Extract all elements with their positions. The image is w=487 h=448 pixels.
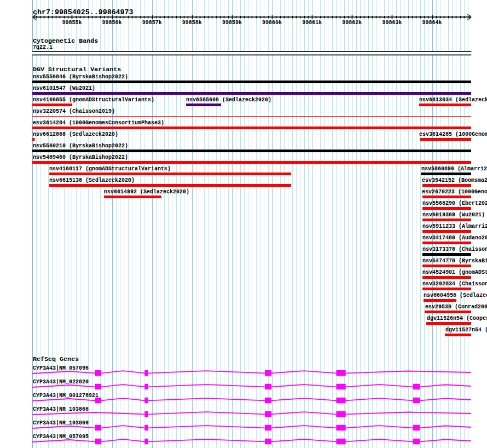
svg-text:nsv6615138 (Sedlazeck2020): nsv6615138 (Sedlazeck2020) xyxy=(49,177,135,183)
svg-text:nsv6101547 (Wu2021): nsv6101547 (Wu2021) xyxy=(33,85,95,91)
svg-text:esv3614284 (1000GenomesConsort: esv3614284 (1000GenomesConsortiumPhase3) xyxy=(33,120,164,126)
svg-text:nsv6614992 (Sedlazeck2020): nsv6614992 (Sedlazeck2020) xyxy=(104,189,189,195)
svg-text:nsv5556846 (ByrskaBishop2022): nsv5556846 (ByrskaBishop2022) xyxy=(33,74,128,80)
svg-text:nsv5860890 (Almarri2021): nsv5860890 (Almarri2021) xyxy=(421,166,487,172)
svg-text:99863k: 99863k xyxy=(382,20,402,26)
svg-text:nsv4524901 (gnomADStructuralVa: nsv4524901 (gnomADStructuralVariants) xyxy=(422,269,487,275)
svg-text:nsv3202834 (Chaisson2019): nsv3202834 (Chaisson2019) xyxy=(422,281,487,287)
svg-text:nsv6612868 (Sedlazeck2020): nsv6612868 (Sedlazeck2020) xyxy=(33,131,118,137)
svg-text:nsv6019369 (Wu2021): nsv6019369 (Wu2021) xyxy=(422,212,485,218)
svg-text:nsv5560210 (ByrskaBishop2022): nsv5560210 (ByrskaBishop2022) xyxy=(33,143,128,149)
svg-text:CYP3A43|NM_057096: CYP3A43|NM_057096 xyxy=(33,365,89,371)
svg-text:chr7:99854025..99864973: chr7:99854025..99864973 xyxy=(33,8,134,16)
svg-text:RefSeq Genes: RefSeq Genes xyxy=(33,355,79,363)
svg-text:CYP3A43|NM_001278921: CYP3A43|NM_001278921 xyxy=(33,393,98,399)
svg-text:99857k: 99857k xyxy=(142,20,162,26)
svg-text:esv3614285 (1000GenomesConsort: esv3614285 (1000GenomesConsortiumPhase3) xyxy=(419,131,487,137)
svg-text:nsv5474778 (ByrskaBishop2022): nsv5474778 (ByrskaBishop2022) xyxy=(422,258,487,264)
svg-text:nsv6604956 (Sedlazeck2020): nsv6604956 (Sedlazeck2020) xyxy=(424,292,487,298)
svg-text:CYP3A43|NR_103868: CYP3A43|NR_103868 xyxy=(33,406,89,412)
svg-text:dgv11526n54 (Cooper2011): dgv11526n54 (Cooper2011) xyxy=(427,315,487,321)
svg-text:99858k: 99858k xyxy=(182,20,202,26)
svg-text:CYP3A43|NR_103869: CYP3A43|NR_103869 xyxy=(33,420,89,426)
svg-text:nsv5489460 (ByrskaBishop2022): nsv5489460 (ByrskaBishop2022) xyxy=(33,154,128,160)
svg-text:99859k: 99859k xyxy=(222,20,242,26)
svg-text:nsv3220574 (Chaisson2019): nsv3220574 (Chaisson2019) xyxy=(33,108,115,114)
svg-text:99861k: 99861k xyxy=(302,20,322,26)
svg-text:nsv4168117 (gnomADStructuralVa: nsv4168117 (gnomADStructuralVariants) xyxy=(49,166,171,172)
svg-text:nsv4166855 (gnomADStructuralVa: nsv4166855 (gnomADStructuralVariants) xyxy=(33,97,154,103)
svg-text:99856k: 99856k xyxy=(102,20,122,26)
svg-text:esv3542152 (Boomsma2014): esv3542152 (Boomsma2014) xyxy=(422,177,487,183)
svg-text:dgv11527n54 (Cooper2011): dgv11527n54 (Cooper2011) xyxy=(445,327,487,333)
svg-text:nsv5911233 (Almarri2021): nsv5911233 (Almarri2021) xyxy=(422,223,487,229)
svg-text:CYP3A43|NM_022820: CYP3A43|NM_022820 xyxy=(33,379,89,385)
svg-text:nsv3173378 (Chaisson2019): nsv3173378 (Chaisson2019) xyxy=(422,246,487,252)
svg-text:nsv5568290 (Ebert2021): nsv5568290 (Ebert2021) xyxy=(422,200,487,206)
svg-text:esv2670223 (1000GenomesConsort: esv2670223 (1000GenomesConsortiumPhase3) xyxy=(422,189,487,195)
svg-text:nsv3417480 (Audano2019): nsv3417480 (Audano2019) xyxy=(422,235,487,241)
svg-text:99855k: 99855k xyxy=(62,20,82,26)
svg-text:nsv6565606 (Sedlazeck2020): nsv6565606 (Sedlazeck2020) xyxy=(186,97,271,103)
svg-text:esv29538 (Conrad2009): esv29538 (Conrad2009) xyxy=(425,304,487,310)
svg-text:99864k: 99864k xyxy=(422,20,442,26)
svg-text:CYP3A43|NM_057095: CYP3A43|NM_057095 xyxy=(33,434,89,440)
svg-text:7q22.1: 7q22.1 xyxy=(33,44,53,50)
svg-text:99862k: 99862k xyxy=(342,20,362,26)
svg-text:nsv6613034 (Sedlazeck2020): nsv6613034 (Sedlazeck2020) xyxy=(419,97,487,103)
svg-text:DGV Structural Variants: DGV Structural Variants xyxy=(33,66,121,73)
svg-text:99860k: 99860k xyxy=(262,20,282,26)
